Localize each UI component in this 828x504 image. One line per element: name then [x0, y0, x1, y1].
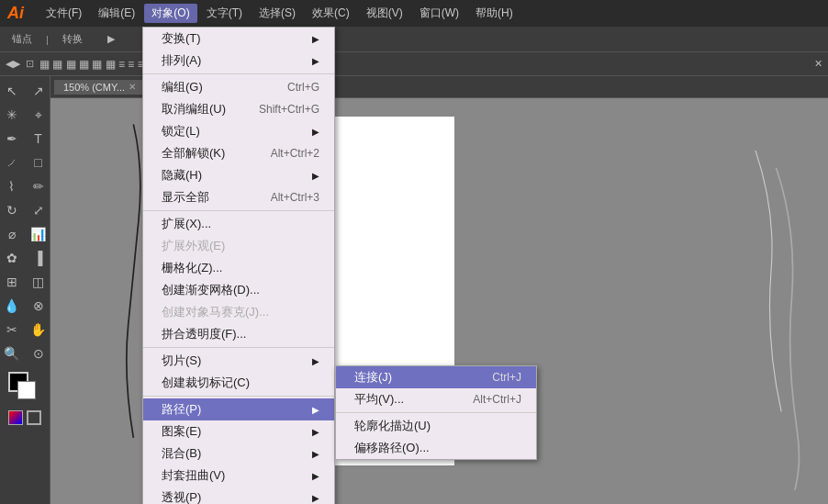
- tool-zoom[interactable]: 🔍: [0, 342, 25, 364]
- menu-effect[interactable]: 效果(C): [305, 4, 357, 23]
- toolbar-transform: 转换: [56, 29, 89, 49]
- canvas-tab-close[interactable]: ✕: [129, 82, 136, 92]
- tools-panel: ↖ ↗ ✳ ⌖ ✒ T ⟋ □ ⌇ ✏ ↻ ⤢ ⌀ 📊 ✿ ▐: [0, 76, 50, 504]
- menu-crop-marks[interactable]: 创建裁切标记(C): [143, 372, 334, 394]
- tool-pencil[interactable]: ✏: [26, 175, 51, 197]
- menu-ungroup[interactable]: 取消编组(U) Shift+Ctrl+G: [143, 98, 334, 120]
- canvas-tab-label: 150% (CMY...: [63, 82, 125, 93]
- app-logo: Ai: [7, 4, 24, 23]
- title-bar: Ai 文件(F) 编辑(E) 对象(O) 文字(T) 选择(S) 效果(C) 视…: [0, 0, 828, 27]
- color-swatches: [8, 372, 41, 405]
- tool-scale[interactable]: ⤢: [26, 199, 51, 221]
- tool-hand[interactable]: ✋: [26, 319, 51, 341]
- submenu-offset-path[interactable]: 偏移路径(O)...: [336, 437, 536, 459]
- menu-rasterize[interactable]: 栅格化(Z)...: [143, 257, 334, 279]
- tool-select[interactable]: ↖: [0, 80, 25, 102]
- menu-select[interactable]: 选择(S): [252, 4, 303, 23]
- tool-line[interactable]: ⟋: [0, 151, 25, 174]
- menu-view[interactable]: 视图(V): [359, 4, 410, 23]
- menu-file[interactable]: 文件(F): [39, 4, 89, 23]
- menu-expand-appearance[interactable]: 扩展外观(E): [143, 235, 334, 257]
- submenu-outline-stroke[interactable]: 轮廓化描边(U): [336, 415, 536, 437]
- sep1: [143, 73, 334, 74]
- toolbar-anchor: 锚点: [6, 29, 39, 49]
- menu-slice[interactable]: 切片(S) ▶: [143, 350, 334, 372]
- tool-paintbrush[interactable]: ⌇: [0, 175, 25, 197]
- menu-pattern[interactable]: 图案(E) ▶: [143, 420, 334, 442]
- menu-lock[interactable]: 锁定(L) ▶: [143, 120, 334, 142]
- tool-graph[interactable]: 📊: [26, 223, 51, 245]
- fill-none[interactable]: [27, 410, 41, 425]
- tool-pen[interactable]: ✒: [0, 128, 25, 150]
- submenu-sep1: [336, 412, 536, 413]
- menu-blend[interactable]: 混合(B) ▶: [143, 442, 334, 465]
- tool-column-graph[interactable]: ▐: [26, 247, 51, 269]
- tool-rotate[interactable]: ↻: [0, 199, 25, 221]
- tool-eyedropper[interactable]: 💧: [0, 295, 25, 317]
- submenu-average[interactable]: 平均(V)... Alt+Ctrl+J: [336, 388, 536, 410]
- tool-gradient[interactable]: ◫: [26, 271, 51, 293]
- menu-envelope-distort[interactable]: 封套扭曲(V) ▶: [143, 465, 334, 487]
- menu-perspective[interactable]: 透视(P) ▶: [143, 487, 334, 504]
- menu-hide[interactable]: 隐藏(H) ▶: [143, 164, 334, 186]
- path-submenu-popup[interactable]: 连接(J) Ctrl+J 平均(V)... Alt+Ctrl+J 轮廓化描边(U…: [335, 365, 537, 460]
- menu-object[interactable]: 对象(O): [144, 4, 196, 23]
- menu-gradient-mesh[interactable]: 创建渐变网格(D)...: [143, 279, 334, 301]
- fill-swatch-gradient[interactable]: [8, 410, 23, 425]
- submenu-join[interactable]: 连接(J) Ctrl+J: [336, 366, 536, 388]
- menubar: 文件(F) 编辑(E) 对象(O) 文字(T) 选择(S) 效果(C) 视图(V…: [39, 4, 520, 23]
- menu-group[interactable]: 编组(G) Ctrl+G: [143, 76, 334, 98]
- object-menu-popup[interactable]: 变换(T) ▶ 排列(A) ▶ 编组(G) Ctrl+G 取消编组(U) Shi…: [142, 27, 335, 504]
- menu-window[interactable]: 窗口(W): [412, 4, 466, 23]
- menu-path[interactable]: 路径(P) ▶: [143, 398, 334, 420]
- tool-symbol[interactable]: ✿: [0, 247, 25, 269]
- menu-show-all[interactable]: 显示全部 Alt+Ctrl+3: [143, 186, 334, 208]
- tool-rect[interactable]: □: [26, 151, 51, 174]
- menu-help[interactable]: 帮助(H): [468, 4, 520, 23]
- canvas-tab[interactable]: 150% (CMY... ✕: [54, 80, 146, 95]
- tool-warp[interactable]: ⌀: [0, 223, 25, 245]
- sep3: [143, 347, 334, 348]
- tool-scissors[interactable]: ✂: [0, 319, 25, 341]
- menu-expand[interactable]: 扩展(X)...: [143, 213, 334, 235]
- toolbar-secondary: ◀▶ ⊡ ▦ ▦ ▦ ▦ ▦ ▦ ≡ ≡ ≡ ≡ ▣ ▣ ▣ ✕: [0, 52, 828, 76]
- tool-blend[interactable]: ⊗: [26, 295, 51, 317]
- stroke-color[interactable]: [17, 381, 36, 399]
- menu-object-mosaic[interactable]: 创建对象马赛克(J)...: [143, 301, 334, 323]
- sep2: [143, 210, 334, 211]
- tool-mesh[interactable]: ⊞: [0, 271, 25, 293]
- menu-transform[interactable]: 变换(T) ▶: [143, 28, 334, 50]
- menu-text[interactable]: 文字(T): [199, 4, 250, 23]
- tool-direct-select[interactable]: ↗: [26, 80, 51, 102]
- sep4: [143, 396, 334, 397]
- menu-unlock-all[interactable]: 全部解锁(K) Alt+Ctrl+2: [143, 142, 334, 164]
- toolbar-main: 锚点 | 转换 ▶: [0, 27, 828, 52]
- menu-arrange[interactable]: 排列(A) ▶: [143, 50, 334, 72]
- menu-flatten-transparency[interactable]: 拼合透明度(F)...: [143, 323, 334, 345]
- tool-magic-wand[interactable]: ✳: [0, 104, 25, 126]
- tool-lasso[interactable]: ⌖: [26, 104, 51, 126]
- tool-extra[interactable]: ⊙: [26, 342, 51, 364]
- menu-edit[interactable]: 编辑(E): [91, 4, 142, 23]
- tool-type[interactable]: T: [26, 128, 51, 150]
